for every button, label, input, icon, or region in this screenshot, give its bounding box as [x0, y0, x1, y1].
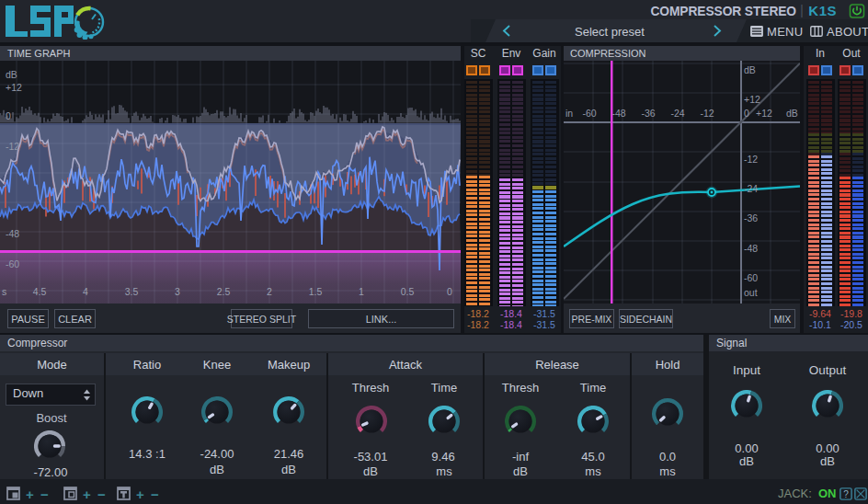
svg-text:?: ? [843, 489, 849, 499]
